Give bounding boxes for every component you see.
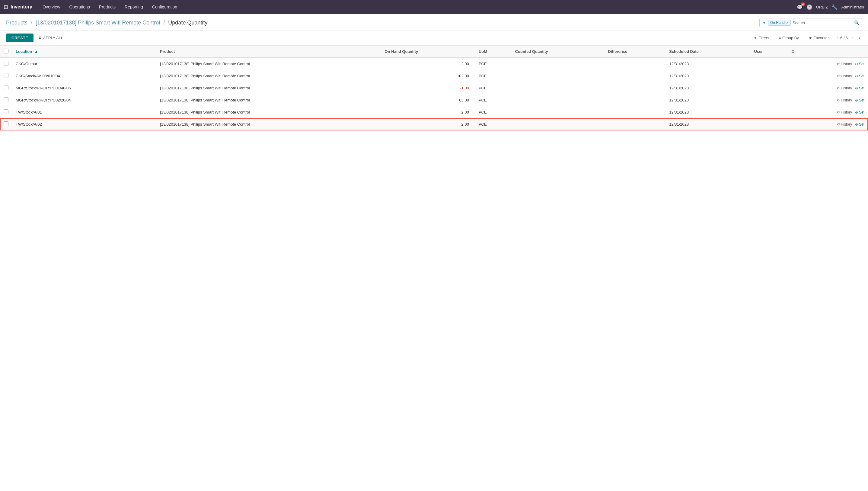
row-user <box>750 94 787 106</box>
apply-all-button[interactable]: ⬇ APPLY ALL <box>36 34 65 42</box>
col-header-scheduled-date[interactable]: Scheduled Date <box>665 46 750 58</box>
history-button[interactable]: ↺ History <box>837 98 852 103</box>
table-row[interactable]: TW/Stock/A/02 [13/0201017138] Philips Sm… <box>0 118 868 131</box>
row-actions: ↺ History ⊙ Set <box>787 94 868 106</box>
row-product: [13/0201017138] Philips Smart Wifi Remot… <box>156 82 381 94</box>
header-checkbox[interactable] <box>4 49 8 53</box>
search-filter-tag[interactable]: On Hand ✕ <box>768 20 791 26</box>
create-button[interactable]: CREATE <box>6 33 33 42</box>
row-counted-qty[interactable] <box>512 82 604 94</box>
pagination: 1-6 / 6 ‹ › <box>837 35 862 41</box>
col-header-counted-qty[interactable]: Counted Quantity <box>512 46 604 58</box>
row-actions: ↺ History ⊙ Set <box>787 106 868 118</box>
set-button[interactable]: ⊙ Set <box>855 74 864 78</box>
sort-arrow-icon: ▲ <box>34 49 38 54</box>
row-counted-qty[interactable] <box>512 106 604 118</box>
row-difference <box>604 106 666 118</box>
username[interactable]: ORBIZ <box>816 5 828 9</box>
filters-button[interactable]: ▼ Filters <box>751 34 771 41</box>
search-input[interactable] <box>793 21 852 25</box>
history-icon: ↺ <box>837 62 840 66</box>
col-header-uom[interactable]: UoM <box>475 46 512 58</box>
table-row[interactable]: CKG/Output [13/0201017138] Philips Smart… <box>0 58 868 70</box>
group-by-button[interactable]: ≡ Group By <box>777 34 802 41</box>
clock-icon[interactable]: 🕐 <box>806 4 812 10</box>
history-button[interactable]: ↺ History <box>837 74 852 78</box>
row-uom: PCE <box>475 82 512 94</box>
nav-overview[interactable]: Overview <box>38 2 64 12</box>
set-button[interactable]: ⊙ Set <box>855 62 864 66</box>
history-label: History <box>841 98 852 103</box>
row-counted-qty[interactable] <box>512 58 604 70</box>
col-settings-icon[interactable]: ⚙ <box>791 49 795 54</box>
set-button[interactable]: ⊙ Set <box>855 110 864 114</box>
row-checkbox[interactable] <box>4 61 8 66</box>
set-icon: ⊙ <box>855 86 858 90</box>
page-header: Products / [13/0201017138] Philips Smart… <box>0 14 868 30</box>
history-button[interactable]: ↺ History <box>837 110 852 114</box>
select-all-checkbox-header[interactable] <box>0 46 12 58</box>
set-button[interactable]: ⊙ Set <box>855 86 864 90</box>
row-checkbox[interactable] <box>4 97 8 102</box>
col-header-location[interactable]: Location ▲ <box>12 46 156 58</box>
role[interactable]: Administrator <box>841 5 864 9</box>
nav-reporting[interactable]: Reporting <box>120 2 147 12</box>
history-label: History <box>841 122 852 126</box>
history-button[interactable]: ↺ History <box>837 122 852 126</box>
app-name[interactable]: Inventory <box>10 4 32 10</box>
breadcrumb-product-name[interactable]: [13/0201017138] Philips Smart Wifi Remot… <box>36 20 160 26</box>
row-uom: PCE <box>475 70 512 82</box>
favorites-button[interactable]: ★ Favorites <box>806 34 832 41</box>
search-icon[interactable]: 🔍 <box>854 20 859 25</box>
nav-configuration[interactable]: Configuration <box>148 2 181 12</box>
col-settings-header[interactable]: ⚙ <box>787 46 868 58</box>
chat-icon[interactable]: 💬 4 <box>797 4 803 10</box>
row-counted-qty[interactable] <box>512 118 604 131</box>
table-row[interactable]: MGR/Stock/RK/DRY/C01/40/05 [13/020101713… <box>0 82 868 94</box>
row-uom: PCE <box>475 94 512 106</box>
row-product: [13/0201017138] Philips Smart Wifi Remot… <box>156 70 381 82</box>
filter-tag-remove[interactable]: ✕ <box>786 21 788 25</box>
table-row[interactable]: MGR/Stock/RK/DRY/C02/20/04 [13/020101713… <box>0 94 868 106</box>
set-button[interactable]: ⊙ Set <box>855 98 864 103</box>
table-row[interactable]: CKG/Stock/AA/08/010/04 [13/0201017138] P… <box>0 70 868 82</box>
row-on-hand-qty: 2.00 <box>381 106 475 118</box>
row-product: [13/0201017138] Philips Smart Wifi Remot… <box>156 58 381 70</box>
breadcrumb-products[interactable]: Products <box>6 20 28 26</box>
nav-operations[interactable]: Operations <box>65 2 94 12</box>
row-checkbox[interactable] <box>4 73 8 78</box>
download-icon: ⬇ <box>38 36 42 40</box>
tools-icon[interactable]: 🔧 <box>832 4 838 10</box>
set-button[interactable]: ⊙ Set <box>855 122 864 126</box>
row-counted-qty[interactable] <box>512 70 604 82</box>
grid-icon[interactable]: ⊞ <box>4 4 8 10</box>
row-product: [13/0201017138] Philips Smart Wifi Remot… <box>156 118 381 131</box>
prev-page-button[interactable]: ‹ <box>849 35 855 41</box>
row-checkbox[interactable] <box>4 109 8 114</box>
history-button[interactable]: ↺ History <box>837 62 852 66</box>
table-row[interactable]: TW/Stock/A/01 [13/0201017138] Philips Sm… <box>0 106 868 118</box>
col-header-difference[interactable]: Difference <box>604 46 666 58</box>
col-header-on-hand-qty[interactable]: On Hand Quantity <box>381 46 475 58</box>
breadcrumb: Products / [13/0201017138] Philips Smart… <box>6 20 207 26</box>
row-difference <box>604 58 666 70</box>
row-scheduled-date: 12/31/2023 <box>665 70 750 82</box>
col-on-hand-qty-label: On Hand Quantity <box>385 49 418 54</box>
col-header-product[interactable]: Product <box>156 46 381 58</box>
row-checkbox-cell <box>0 70 12 82</box>
set-label: Set <box>859 62 864 66</box>
history-button[interactable]: ↺ History <box>837 86 852 90</box>
row-checkbox[interactable] <box>4 121 8 126</box>
row-location: MGR/Stock/RK/DRY/C02/20/04 <box>12 94 156 106</box>
col-location-label: Location <box>16 49 32 54</box>
set-icon: ⊙ <box>855 122 858 126</box>
col-difference-label: Difference <box>608 49 627 54</box>
set-icon: ⊙ <box>855 98 858 103</box>
nav-products[interactable]: Products <box>95 2 120 12</box>
history-icon: ↺ <box>837 110 840 114</box>
row-counted-qty[interactable] <box>512 94 604 106</box>
filter-icon: ▼ <box>753 36 757 40</box>
col-header-user[interactable]: User <box>750 46 787 58</box>
next-page-button[interactable]: › <box>857 35 862 41</box>
row-checkbox[interactable] <box>4 85 8 90</box>
